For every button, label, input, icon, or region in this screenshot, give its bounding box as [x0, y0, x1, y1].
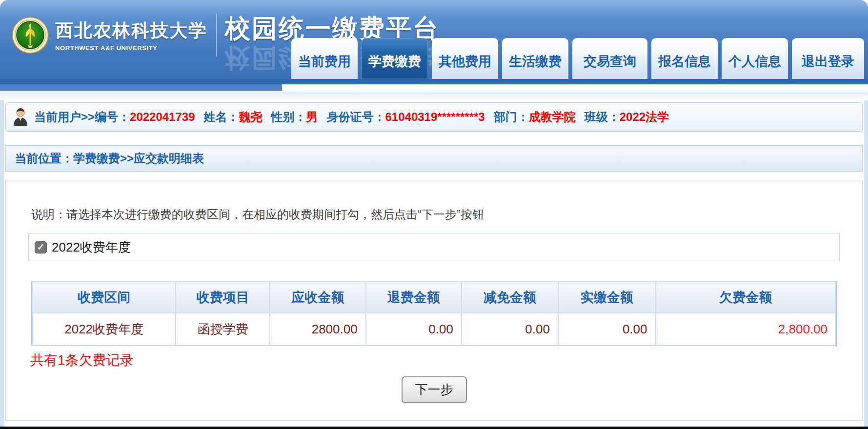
university-name-block: 西北农林科技大学 NORTHWEST A&F UNIVERSITY	[55, 19, 207, 52]
cell-refund: 0.00	[366, 313, 461, 345]
user-field-class: 班级： 2022法学	[585, 109, 669, 125]
breadcrumb: 当前位置：学费缴费>>应交款明细表	[15, 151, 204, 166]
cell-paid: 0.00	[559, 313, 655, 345]
breadcrumb-bar: 当前位置：学费缴费>>应交款明细表	[5, 145, 863, 172]
user-field-label: 当前用户>>编号：	[34, 109, 130, 125]
period-checkbox[interactable]: ✓	[35, 241, 47, 254]
user-field-value: 魏尧	[239, 109, 262, 125]
user-field-label: 班级：	[585, 109, 620, 125]
user-field-value: 2022041739	[130, 110, 195, 124]
user-field-name: 姓名： 魏尧	[204, 109, 262, 125]
user-field-department: 部门： 成教学院	[494, 109, 576, 125]
column-header-reduction: 减免金额	[462, 282, 558, 312]
column-header-item: 收费项目	[176, 282, 269, 312]
tab-other-fees[interactable]: 其他费用	[432, 38, 498, 79]
table-row: 2022收费年度 函授学费 2800.00 0.00 0.00 0.00 2,8…	[33, 313, 835, 345]
user-field-label: 部门：	[494, 109, 529, 125]
tab-tuition-payment[interactable]: 学费缴费	[362, 38, 428, 79]
user-field-value: 成教学院	[529, 109, 576, 125]
cell-reduction: 0.00	[462, 313, 558, 345]
tab-current-fees[interactable]: 当前费用	[291, 38, 358, 79]
user-field-label: 性别：	[271, 109, 306, 125]
user-field-value: 61040319*********3	[385, 110, 485, 124]
instruction-text: 说明：请选择本次进行缴费的收费区间，在相应的收费期间打勾，然后点击“下一步”按钮	[31, 207, 838, 222]
right-frame-edge	[864, 100, 868, 427]
nav-tabs: 当前费用 学费缴费 其他费用 生活缴费 交易查询 报名信息 个人信息 退出登录	[291, 38, 864, 79]
column-header-paid: 实缴金额	[559, 282, 655, 312]
header-reflection-zone	[0, 84, 868, 92]
column-header-refund: 退费金额	[366, 282, 461, 312]
university-name-en: NORTHWEST A&F UNIVERSITY	[55, 44, 207, 52]
header-bottom-strip	[0, 79, 868, 84]
button-row: 下一步	[6, 376, 862, 403]
header: 西北农林科技大学 NORTHWEST A&F UNIVERSITY 校园统一缴费…	[0, 0, 868, 79]
user-field-id-card: 身份证号： 61040319*********3	[327, 109, 485, 125]
arrears-summary: 共有1条欠费记录	[30, 351, 862, 370]
user-field-value: 2022法学	[620, 109, 669, 125]
user-info-bar: 当前用户>>编号： 2022041739 姓名： 魏尧 性别： 男 身份证号： …	[5, 102, 863, 132]
user-field-gender: 性别： 男	[271, 109, 318, 125]
tab-transaction-query[interactable]: 交易查询	[572, 38, 647, 79]
bottom-frame-edge	[0, 427, 868, 429]
fee-table: 收费区间 收费项目 应收金额 退费金额 减免金额 实缴金额 欠费金额 2022收…	[31, 281, 837, 346]
column-header-arrears: 欠费金额	[656, 282, 836, 312]
main-content: 说明：请选择本次进行缴费的收费区间，在相应的收费期间打勾，然后点击“下一步”按钮…	[5, 180, 863, 421]
column-header-receivable: 应收金额	[270, 282, 365, 312]
user-field-label: 姓名：	[204, 109, 239, 125]
user-field-label: 身份证号：	[327, 109, 385, 125]
university-emblem-icon	[12, 17, 49, 54]
next-step-button[interactable]: 下一步	[402, 376, 467, 403]
subheader-fade	[0, 92, 868, 100]
column-header-period: 收费区间	[33, 282, 175, 312]
tab-living-payment[interactable]: 生活缴费	[502, 38, 568, 79]
payment-portal-page: 西北农林科技大学 NORTHWEST A&F UNIVERSITY 校园统一缴费…	[0, 0, 868, 429]
cell-receivable: 2800.00	[270, 313, 365, 345]
user-field-id: 当前用户>>编号： 2022041739	[34, 109, 195, 125]
cell-period: 2022收费年度	[33, 313, 175, 345]
fee-table-header-row: 收费区间 收费项目 应收金额 退费金额 减免金额 实缴金额 欠费金额	[33, 282, 835, 312]
period-filter-row: ✓ 2022收费年度	[28, 233, 840, 261]
brand-divider	[216, 14, 217, 57]
tab-registration-info[interactable]: 报名信息	[651, 38, 718, 79]
tab-logout[interactable]: 退出登录	[792, 38, 864, 79]
cell-item: 函授学费	[176, 313, 269, 345]
tab-personal-info[interactable]: 个人信息	[722, 38, 788, 79]
header-reflection-block	[0, 84, 282, 91]
university-name-cn: 西北农林科技大学	[55, 19, 207, 43]
cell-arrears: 2,800.00	[656, 313, 836, 345]
user-avatar-icon	[13, 108, 28, 126]
fee-table-wrap: 收费区间 收费项目 应收金额 退费金额 减免金额 实缴金额 欠费金额 2022收…	[31, 281, 837, 346]
user-field-value: 男	[306, 109, 318, 125]
user-fields: 当前用户>>编号： 2022041739 姓名： 魏尧 性别： 男 身份证号： …	[34, 109, 669, 125]
left-frame-edge	[0, 100, 4, 427]
period-checkbox-label[interactable]: 2022收费年度	[52, 239, 131, 256]
